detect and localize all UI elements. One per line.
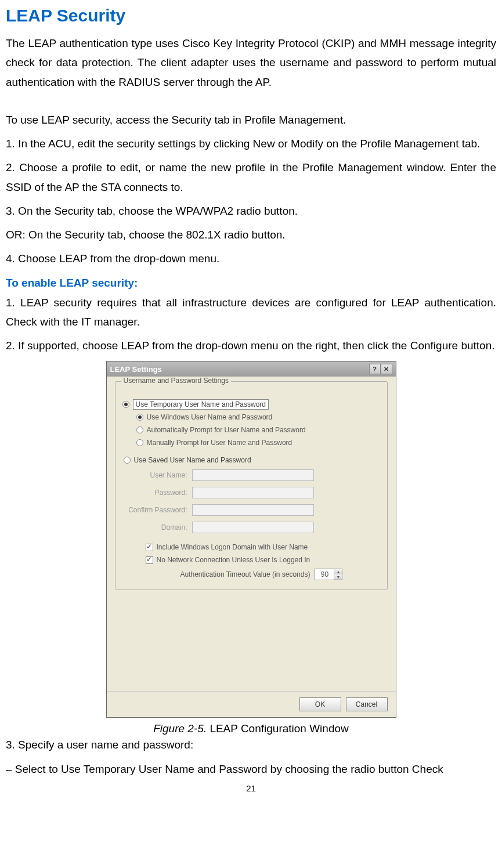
password-label: Password: <box>124 489 187 497</box>
after-step-4: – Select to Use Temporary User Name and … <box>6 760 496 779</box>
use-temporary-radio-row[interactable]: Use Temporary User Name and Password <box>122 399 380 410</box>
step-3-or: OR: On the Security tab, choose the 802.… <box>6 225 496 244</box>
confirm-password-input[interactable] <box>192 504 314 516</box>
groupbox-title: Username and Password Settings <box>121 377 231 385</box>
username-password-groupbox: Username and Password Settings Use Tempo… <box>115 381 388 590</box>
dialog-titlebar[interactable]: LEAP Settings ? ✕ <box>107 361 396 377</box>
chevron-down-icon[interactable]: ▼ <box>334 574 342 580</box>
step-1: 1. In the ACU, edit the security setting… <box>6 134 496 153</box>
username-input[interactable] <box>192 469 314 481</box>
timeout-value: 90 <box>315 569 334 580</box>
no-connection-checkbox-row[interactable]: No Network Connection Unless User Is Log… <box>122 554 380 566</box>
checkbox-icon[interactable] <box>146 556 153 564</box>
intro-paragraph: The LEAP authentication type uses Cisco … <box>6 34 496 92</box>
timeout-spinner[interactable]: 90 ▲ ▼ <box>315 569 342 580</box>
domain-label: Domain: <box>124 523 187 531</box>
confirm-password-label: Confirm Password: <box>124 506 187 514</box>
radio-icon[interactable] <box>136 439 143 446</box>
include-domain-checkbox-row[interactable]: Include Windows Logon Domain with User N… <box>122 541 380 554</box>
radio-icon[interactable] <box>136 426 143 433</box>
close-icon[interactable]: ✕ <box>381 364 392 374</box>
timeout-label: Authentication Timeout Value (in seconds… <box>180 570 310 578</box>
enable-heading: To enable LEAP security: <box>6 277 496 290</box>
page-number: 21 <box>6 783 496 793</box>
radio-icon[interactable] <box>122 401 129 408</box>
use-windows-radio-row[interactable]: Use Windows User Name and Password <box>122 411 380 424</box>
username-label: User Name: <box>124 471 187 479</box>
page-title: LEAP Security <box>6 6 496 26</box>
checkbox-icon[interactable] <box>146 544 153 551</box>
radio-icon[interactable] <box>124 457 131 464</box>
step-3: 3. On the Security tab, choose the WPA/W… <box>6 201 496 220</box>
after-step-3: 3. Specify a user name and password: <box>6 735 496 754</box>
manual-prompt-label: Manually Prompt for User Name and Passwo… <box>147 439 292 447</box>
auto-prompt-label: Automatically Prompt for User Name and P… <box>147 426 306 434</box>
ok-button[interactable]: OK <box>299 697 341 711</box>
help-icon[interactable]: ? <box>369 364 381 374</box>
domain-input[interactable] <box>192 522 314 533</box>
include-domain-label: Include Windows Logon Domain with User N… <box>157 543 308 551</box>
enable-step-2: 2. If supported, choose LEAP from the dr… <box>6 336 496 355</box>
password-input[interactable] <box>192 487 314 498</box>
no-connection-label: No Network Connection Unless User Is Log… <box>157 556 310 564</box>
dialog-title: LEAP Settings <box>110 365 162 374</box>
enable-step-1: 1. LEAP security requires that all infra… <box>6 293 496 332</box>
use-temporary-label: Use Temporary User Name and Password <box>133 399 269 410</box>
use-windows-label: Use Windows User Name and Password <box>147 413 273 421</box>
use-saved-radio-row[interactable]: Use Saved User Name and Password <box>122 454 380 466</box>
figure-number: Figure 2-5. <box>153 722 210 735</box>
leap-settings-dialog: LEAP Settings ? ✕ Username and Password … <box>106 361 396 718</box>
step-2: 2. Choose a profile to edit, or name the… <box>6 158 496 197</box>
chevron-up-icon[interactable]: ▲ <box>334 569 342 574</box>
auto-prompt-radio-row[interactable]: Automatically Prompt for User Name and P… <box>122 424 380 436</box>
step-4: 4. Choose LEAP from the drop-down menu. <box>6 249 496 268</box>
radio-icon[interactable] <box>136 414 143 421</box>
figure-text: LEAP Configuration Window <box>210 722 348 735</box>
cancel-button[interactable]: Cancel <box>346 697 388 711</box>
manual-prompt-radio-row[interactable]: Manually Prompt for User Name and Passwo… <box>122 436 380 449</box>
use-saved-label: Use Saved User Name and Password <box>134 456 251 464</box>
figure-caption: Figure 2-5. LEAP Configuration Window <box>6 722 496 735</box>
use-intro: To use LEAP security, access the Securit… <box>6 110 496 129</box>
